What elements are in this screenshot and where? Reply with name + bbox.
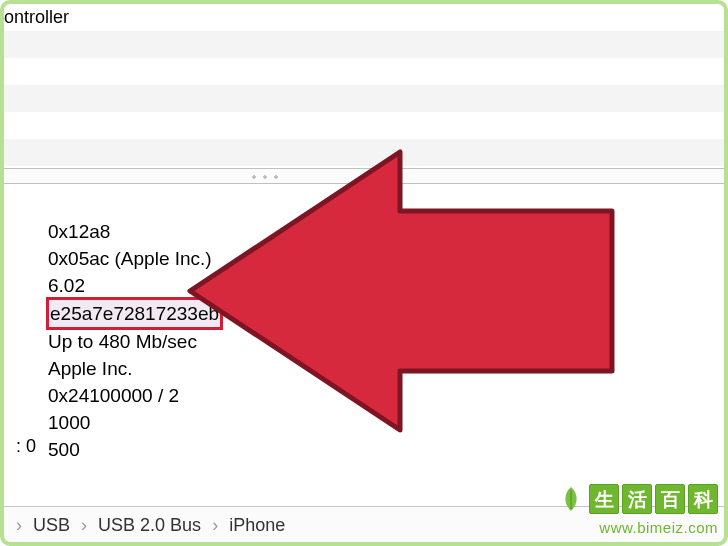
device-tree-row[interactable] — [4, 58, 724, 85]
version-value: 6.02 — [48, 272, 221, 299]
watermark-char: 百 — [655, 484, 685, 514]
current-required-value: 500 — [48, 436, 221, 463]
device-tree-row[interactable] — [4, 139, 724, 166]
device-tree-row[interactable]: ontroller — [4, 4, 724, 31]
device-tree-row[interactable] — [4, 85, 724, 112]
chevron-right-icon: › — [206, 515, 224, 535]
drag-handle-icon — [250, 175, 280, 179]
speed-value: Up to 480 Mb/sec — [48, 328, 221, 355]
watermark-char: 生 — [589, 484, 619, 514]
current-available-value: 1000 — [48, 409, 221, 436]
pane-divider[interactable] — [4, 168, 724, 184]
chevron-right-icon: › — [75, 515, 93, 535]
chevron-right-icon: › — [10, 515, 28, 535]
breadcrumb-item[interactable]: USB — [33, 515, 70, 535]
vendor-id-value: 0x05ac (Apple Inc.) — [48, 245, 221, 272]
site-watermark: 生 活 百 科 www.bimeiz.com — [528, 482, 718, 536]
device-details: 0x12a8 0x05ac (Apple Inc.) 6.02 e25a7e72… — [48, 218, 221, 463]
watermark-char: 科 — [688, 484, 718, 514]
callout-arrow-icon — [180, 146, 620, 436]
leaf-icon — [560, 485, 582, 513]
manufacturer-value: Apple Inc. — [48, 355, 221, 382]
serial-number-value[interactable]: e25a7e72817233eb — [48, 299, 221, 328]
watermark-url: www.bimeiz.com — [528, 519, 718, 536]
controller-label: ontroller — [4, 7, 69, 27]
device-tree-panel: ontroller — [4, 4, 724, 168]
breadcrumb-item[interactable]: USB 2.0 Bus — [98, 515, 201, 535]
device-tree-row[interactable] — [4, 31, 724, 58]
product-id-value: 0x12a8 — [48, 218, 221, 245]
extra-operating-current: : 0 — [16, 436, 36, 457]
device-tree-row[interactable] — [4, 112, 724, 139]
breadcrumb-item[interactable]: iPhone — [229, 515, 285, 535]
location-id-value: 0x24100000 / 2 — [48, 382, 221, 409]
watermark-char: 活 — [622, 484, 652, 514]
